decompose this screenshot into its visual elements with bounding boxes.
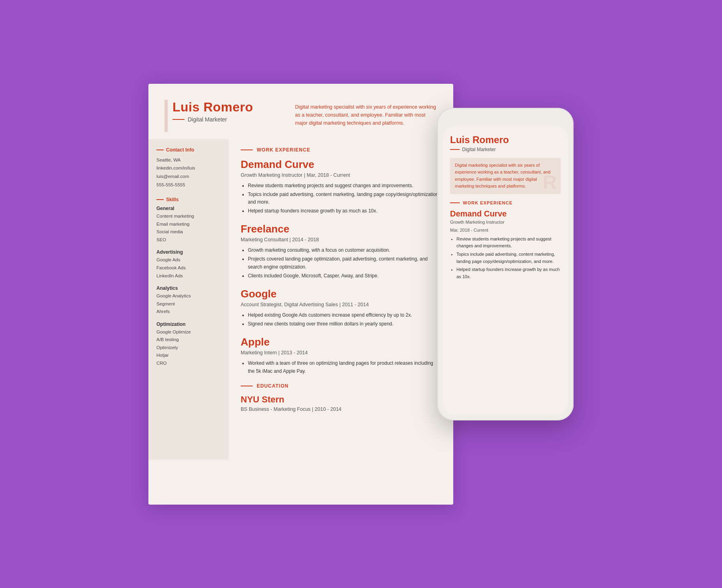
phone-summary-accent: R	[543, 173, 557, 192]
job-freelance-bullets: Growth marketing consulting, with a focu…	[241, 247, 441, 280]
skills-section-title: Skills	[156, 197, 221, 202]
skill-content-marketing: Content marketing	[156, 212, 221, 220]
skills-group-optimization: Optimization Google Optimize A/B testing…	[156, 321, 221, 368]
skills-group-analytics-title: Analytics	[156, 285, 221, 291]
job-freelance-title: Freelance	[241, 223, 441, 235]
skills-group-analytics: Analytics Google Analytics Segment Ahref…	[156, 285, 221, 316]
skills-group-advertising: Advertising Google Ads Facebook Ads Link…	[156, 249, 221, 280]
education-header: Education	[241, 383, 441, 389]
education-section: Education NYU Stern BS Business - Market…	[241, 383, 441, 412]
job-apple: Apple Marketing Intern | 2013 - 2014 Wor…	[241, 336, 441, 375]
contact-title-line	[156, 150, 164, 150]
phone-name-divider: Digital Marketer	[450, 147, 561, 152]
phone-title: Digital Marketer	[462, 147, 496, 152]
phone-job-bullets: Review students marketing projects and s…	[450, 236, 561, 281]
bullet-item: Helped startup founders increase growth …	[248, 207, 441, 215]
skill-linkedin-ads: LinkedIn Ads	[156, 272, 221, 280]
bullet-item: Review students marketing projects and s…	[248, 182, 441, 190]
phone-summary: Digital marketing specialist with six ye…	[450, 158, 561, 194]
job-apple-title: Apple	[241, 336, 441, 348]
phone-bullet-item: Topics include paid advertising, content…	[456, 251, 561, 265]
name-divider: Digital Marketer	[172, 116, 283, 123]
contact-email: luis@email.com	[156, 172, 221, 181]
bullet-item: Topics include paid advertising, content…	[248, 191, 441, 206]
work-experience-line	[241, 150, 253, 150]
skill-ahrefs: Ahrefs	[156, 308, 221, 316]
resume-name: Luis Romero	[172, 100, 283, 115]
resume-header-left: Luis Romero Digital Marketer	[164, 100, 283, 127]
bullet-item: Growth marketing consulting, with a focu…	[248, 247, 441, 254]
phone-work-header: Work Experience	[450, 200, 561, 205]
job-demand-curve-bullets: Review students marketing projects and s…	[241, 182, 441, 215]
skills-section: Skills General Content marketing Email m…	[156, 197, 221, 367]
job-google-bullets: Helped existing Google Ads customers inc…	[241, 311, 441, 328]
resume-body: Contact Info Seattle, WA linkedin.com/in…	[148, 139, 453, 460]
bullet-item: Clients included Google, Microsoft, Casp…	[248, 272, 441, 280]
phone-job-title: Demand Curve	[450, 209, 561, 218]
skill-segment: Segment	[156, 300, 221, 308]
name-divider-line	[172, 119, 185, 120]
skill-ab-testing: A/B testing	[156, 336, 221, 344]
phone-job-role1: Growth Marketing Instructor	[450, 220, 561, 224]
phone-bullet-item: Review students marketing projects and s…	[456, 236, 561, 250]
skill-facebook-ads: Facebook Ads	[156, 264, 221, 272]
skills-group-general-title: General	[156, 206, 221, 211]
skills-title-line	[156, 199, 164, 200]
contact-title-text: Contact Info	[166, 147, 194, 153]
education-header-line	[241, 386, 253, 386]
job-demand-curve-role: Growth Marketing Instructor | Mar, 2018 …	[241, 172, 441, 178]
skill-seo: SEO	[156, 236, 221, 244]
resume-document: Luis Romero Digital Marketer Digital mar…	[148, 84, 453, 505]
skill-optimizely: Optimizely	[156, 344, 221, 352]
work-experience-header: Work Experience	[241, 147, 441, 153]
phone-work-line	[450, 202, 460, 203]
education-label: Education	[257, 383, 288, 389]
main-content: Work Experience Demand Curve Growth Mark…	[229, 139, 453, 460]
phone-bullet-item: Helped startup founders increase growth …	[456, 266, 561, 280]
phone-summary-text: Digital marketing specialist with six ye…	[455, 163, 550, 189]
phone-job-demand-curve: Demand Curve Growth Marketing Instructor…	[450, 209, 561, 281]
phone-job-role2: Mar, 2018 - Current	[450, 228, 561, 232]
job-google: Google Account Strategist, Digital Adver…	[241, 288, 441, 328]
skills-group-general: General Content marketing Email marketin…	[156, 206, 221, 244]
job-apple-role: Marketing Intern | 2013 - 2014	[241, 350, 441, 356]
bullet-item: Helped existing Google Ads customers inc…	[248, 311, 441, 319]
job-freelance-role: Marketing Consultant | 2014 - 2018	[241, 237, 441, 242]
phone-name: Luis Romero	[450, 134, 561, 145]
phone-wrapper: Luis Romero Digital Marketer Digital mar…	[437, 108, 574, 420]
skills-group-optimization-title: Optimization	[156, 321, 221, 327]
bullet-item: Worked with a team of three on optimizin…	[248, 360, 441, 375]
skill-google-analytics: Google Analytics	[156, 292, 221, 300]
resume-header: Luis Romero Digital Marketer Digital mar…	[148, 84, 453, 139]
sidebar: Contact Info Seattle, WA linkedin.com/in…	[148, 139, 229, 460]
job-demand-curve-title: Demand Curve	[241, 158, 441, 171]
name-block: Luis Romero Digital Marketer	[164, 100, 283, 123]
resume-summary: Digital marketing specialist with six ye…	[295, 100, 437, 127]
skill-social-media: Social media	[156, 228, 221, 236]
bullet-item: Projects covered landing page optimizati…	[248, 255, 441, 271]
contact-linkedin: linkedin.com/in/luis	[156, 164, 221, 172]
phone-name-divider-line	[450, 149, 460, 150]
phone-outer: Luis Romero Digital Marketer Digital mar…	[437, 108, 574, 420]
job-demand-curve: Demand Curve Growth Marketing Instructor…	[241, 158, 441, 215]
contact-city: Seattle, WA	[156, 156, 221, 164]
bullet-item: Signed new clients totaling over three m…	[248, 320, 441, 328]
scene: Luis Romero Digital Marketer Digital mar…	[148, 84, 574, 505]
job-google-title: Google	[241, 288, 441, 300]
job-apple-bullets: Worked with a team of three on optimizin…	[241, 360, 441, 375]
education-school: NYU Stern	[241, 394, 441, 405]
skill-google-optimize: Google Optimize	[156, 328, 221, 336]
skill-email-marketing: Email marketing	[156, 220, 221, 228]
job-freelance: Freelance Marketing Consultant | 2014 - …	[241, 223, 441, 280]
education-degree: BS Business - Marketing Focus | 2010 - 2…	[241, 406, 441, 412]
skill-google-ads: Google Ads	[156, 256, 221, 264]
contact-phone: 555-555-5555	[156, 181, 221, 189]
skill-hotjar: Hotjar	[156, 352, 221, 360]
phone-notch	[481, 113, 529, 122]
job-google-role: Account Strategist, Digital Advertising …	[241, 302, 441, 307]
skills-group-advertising-title: Advertising	[156, 249, 221, 255]
phone-work-label: Work Experience	[463, 200, 513, 205]
header-accent	[164, 100, 168, 132]
contact-section-title: Contact Info	[156, 147, 221, 153]
skill-cro: CRO	[156, 360, 221, 368]
